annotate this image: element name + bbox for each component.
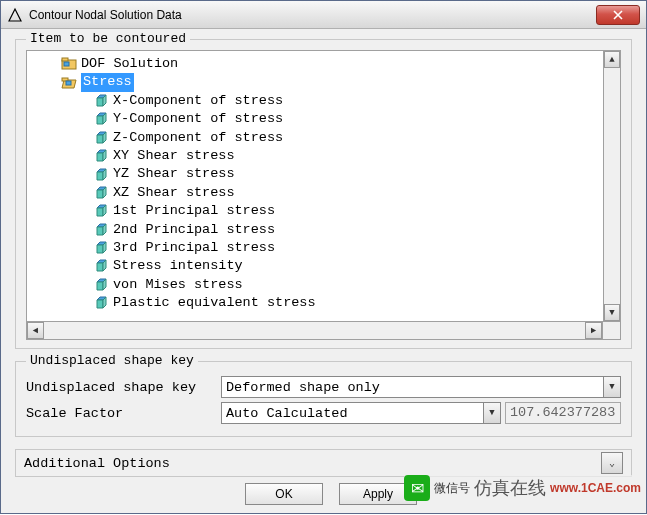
cube-icon — [93, 296, 109, 310]
tree-item-2nd-principal[interactable]: 2nd Principal stress — [29, 221, 601, 239]
solution-tree[interactable]: DOF Solution Stress X-Component of stres… — [26, 50, 603, 322]
watermark: ✉ 微信号 仿真在线 www.1CAE.com — [404, 475, 641, 501]
tree-item-plastic-equiv[interactable]: Plastic equivalent stress — [29, 294, 601, 312]
tree-node-dof[interactable]: DOF Solution — [29, 55, 601, 73]
select-value: Auto Calculated — [226, 406, 348, 421]
svg-rect-2 — [64, 62, 69, 66]
svg-marker-25 — [97, 208, 103, 216]
app-icon — [7, 7, 23, 23]
expand-button[interactable]: ⌄ — [601, 452, 623, 474]
scroll-up-button[interactable]: ▲ — [604, 51, 620, 68]
groupbox-title: Undisplaced shape key — [26, 353, 198, 368]
close-icon — [613, 10, 623, 20]
cube-icon — [93, 278, 109, 292]
svg-marker-34 — [97, 263, 103, 271]
tree-node-stress[interactable]: Stress — [29, 73, 601, 91]
chevron-down-icon: ⌄ — [609, 457, 615, 469]
tree-label-selected: Stress — [81, 73, 134, 91]
cube-icon — [93, 149, 109, 163]
tree-item-y-stress[interactable]: Y-Component of stress — [29, 110, 601, 128]
dialog-content: Item to be contoured DOF Solution Stress — [1, 29, 646, 513]
tree-item-3rd-principal[interactable]: 3rd Principal stress — [29, 239, 601, 257]
tree-label: Z-Component of stress — [113, 129, 283, 147]
window-title: Contour Nodal Solution Data — [29, 8, 596, 22]
vertical-scrollbar[interactable]: ▲ ▼ — [603, 50, 621, 322]
svg-marker-31 — [97, 245, 103, 253]
svg-marker-7 — [97, 98, 103, 106]
groupbox-title: Item to be contoured — [26, 31, 190, 46]
cube-icon — [93, 259, 109, 273]
select-scale-factor[interactable]: Auto Calculated ▼ — [221, 402, 501, 424]
tree-item-1st-principal[interactable]: 1st Principal stress — [29, 202, 601, 220]
svg-marker-22 — [97, 190, 103, 198]
tree-label: X-Component of stress — [113, 92, 283, 110]
select-value: Deformed shape only — [226, 380, 380, 395]
ok-button[interactable]: OK — [245, 483, 323, 505]
svg-marker-19 — [97, 172, 103, 180]
dialog-window: Contour Nodal Solution Data Item to be c… — [0, 0, 647, 514]
chevron-down-icon: ▼ — [483, 403, 500, 423]
cube-icon — [93, 112, 109, 126]
horizontal-scrollbar[interactable]: ◄ ► — [26, 322, 603, 340]
cube-icon — [93, 223, 109, 237]
scroll-track[interactable] — [604, 68, 620, 304]
tree-item-xy-shear[interactable]: XY Shear stress — [29, 147, 601, 165]
cube-icon — [93, 241, 109, 255]
additional-options-label: Additional Options — [24, 456, 170, 471]
row-scale-factor: Scale Factor Auto Calculated ▼ 107.64237… — [26, 402, 621, 424]
scroll-right-button[interactable]: ► — [585, 322, 602, 339]
additional-options-bar[interactable]: Additional Options ⌄ — [15, 449, 632, 477]
watermark-brand: 仿真在线 — [474, 476, 546, 500]
cube-icon — [93, 131, 109, 145]
tree-item-x-stress[interactable]: X-Component of stress — [29, 92, 601, 110]
svg-marker-13 — [97, 135, 103, 143]
svg-marker-40 — [97, 300, 103, 308]
scale-factor-readonly: 107.642377283 — [505, 402, 621, 424]
scroll-track-h[interactable] — [44, 322, 585, 339]
groupbox-item-contoured: Item to be contoured DOF Solution Stress — [15, 39, 632, 349]
tree-label: 2nd Principal stress — [113, 221, 275, 239]
scroll-left-button[interactable]: ◄ — [27, 322, 44, 339]
tree-label: von Mises stress — [113, 276, 243, 294]
folder-open-icon — [61, 76, 77, 90]
row-undisplaced-key: Undisplaced shape key Deformed shape onl… — [26, 376, 621, 398]
tree-label: DOF Solution — [81, 55, 178, 73]
tree-item-z-stress[interactable]: Z-Component of stress — [29, 129, 601, 147]
watermark-url: www.1CAE.com — [550, 481, 641, 495]
tree-label: 1st Principal stress — [113, 202, 275, 220]
tree-label: Plastic equivalent stress — [113, 294, 316, 312]
svg-marker-10 — [97, 116, 103, 124]
svg-marker-28 — [97, 227, 103, 235]
tree-area: DOF Solution Stress X-Component of stres… — [26, 50, 621, 322]
chevron-down-icon: ▼ — [603, 377, 620, 397]
hscroll-area: ◄ ► — [26, 322, 621, 340]
scroll-down-button[interactable]: ▼ — [604, 304, 620, 321]
label-scale-factor: Scale Factor — [26, 406, 221, 421]
tree-label: Y-Component of stress — [113, 110, 283, 128]
wechat-icon: ✉ — [404, 475, 430, 501]
close-button[interactable] — [596, 5, 640, 25]
svg-marker-16 — [97, 153, 103, 161]
tree-item-xz-shear[interactable]: XZ Shear stress — [29, 184, 601, 202]
titlebar[interactable]: Contour Nodal Solution Data — [1, 1, 646, 29]
label-undisplaced-key: Undisplaced shape key — [26, 380, 221, 395]
svg-rect-1 — [62, 58, 68, 61]
tree-item-von-mises[interactable]: von Mises stress — [29, 276, 601, 294]
svg-marker-37 — [97, 282, 103, 290]
watermark-wx: 微信号 — [434, 480, 470, 497]
tree-label: Stress intensity — [113, 257, 243, 275]
tree-item-stress-intensity[interactable]: Stress intensity — [29, 257, 601, 275]
cube-icon — [93, 204, 109, 218]
tree-label: XY Shear stress — [113, 147, 235, 165]
tree-label: 3rd Principal stress — [113, 239, 275, 257]
cube-icon — [93, 94, 109, 108]
tree-item-yz-shear[interactable]: YZ Shear stress — [29, 165, 601, 183]
select-undisplaced-key[interactable]: Deformed shape only ▼ — [221, 376, 621, 398]
scroll-corner — [603, 322, 621, 340]
cube-icon — [93, 168, 109, 182]
groupbox-undisplaced: Undisplaced shape key Undisplaced shape … — [15, 361, 632, 437]
tree-label: XZ Shear stress — [113, 184, 235, 202]
folder-icon — [61, 57, 77, 71]
cube-icon — [93, 186, 109, 200]
tree-label: YZ Shear stress — [113, 165, 235, 183]
